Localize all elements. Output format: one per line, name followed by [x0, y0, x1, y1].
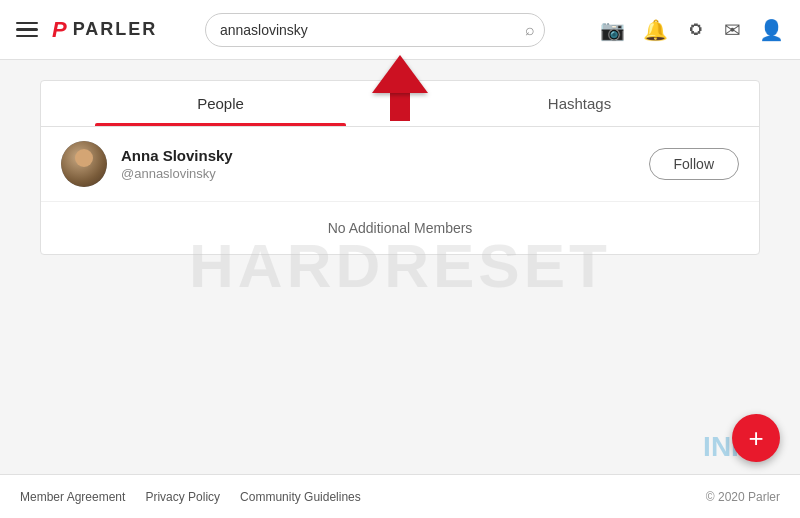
user-info: Anna Slovinsky @annaslovinsky [121, 147, 649, 181]
member-agreement-link[interactable]: Member Agreement [20, 490, 125, 504]
logo: P PARLER [52, 17, 157, 43]
user-name: Anna Slovinsky [121, 147, 649, 164]
app-header: P PARLER ⌕ 📷 🔔 ⭘ ✉ 👤 [0, 0, 800, 60]
avatar [61, 141, 107, 187]
search-input[interactable] [205, 13, 545, 47]
community-guidelines-link[interactable]: Community Guidelines [240, 490, 361, 504]
arrow-shaft [390, 93, 410, 121]
bell-icon[interactable]: 🔔 [643, 18, 668, 42]
tab-hashtags[interactable]: Hashtags [400, 81, 759, 126]
logo-p-icon: P [52, 17, 67, 43]
arrow-indicator [372, 55, 428, 121]
user-result-row: Anna Slovinsky @annaslovinsky Follow [41, 127, 759, 202]
hamburger-menu[interactable] [16, 22, 38, 38]
logo-text: PARLER [73, 19, 158, 40]
arrow-up-icon [372, 55, 428, 93]
compass-icon[interactable]: ⭘ [686, 18, 706, 41]
profile-icon[interactable]: 👤 [759, 18, 784, 42]
camera-icon[interactable]: 📷 [600, 18, 625, 42]
header-icons: 📷 🔔 ⭘ ✉ 👤 [600, 18, 784, 42]
follow-button[interactable]: Follow [649, 148, 739, 180]
search-bar: ⌕ [205, 13, 545, 47]
fab-button[interactable]: + [732, 414, 780, 462]
tab-people[interactable]: People [41, 81, 400, 126]
footer-copyright: © 2020 Parler [706, 490, 780, 504]
avatar-image [61, 141, 107, 187]
user-handle: @annaslovinsky [121, 166, 649, 181]
privacy-policy-link[interactable]: Privacy Policy [145, 490, 220, 504]
search-icon: ⌕ [525, 21, 535, 38]
footer-links: Member Agreement Privacy Policy Communit… [20, 490, 361, 504]
no-members-text: No Additional Members [41, 202, 759, 254]
footer: Member Agreement Privacy Policy Communit… [0, 474, 800, 518]
mail-icon[interactable]: ✉ [724, 18, 741, 42]
search-submit-button[interactable]: ⌕ [525, 21, 535, 39]
